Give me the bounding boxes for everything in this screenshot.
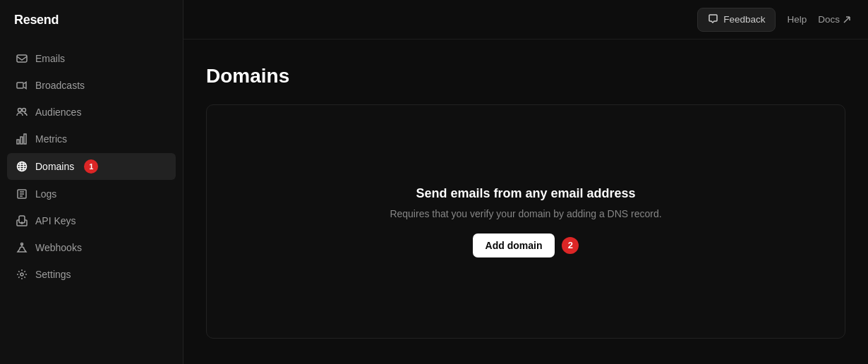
add-domain-button[interactable]: Add domain <box>473 233 555 257</box>
sidebar-item-label: API Keys <box>35 215 76 226</box>
api-keys-icon <box>16 214 28 227</box>
page-content: Domains Send emails from any email addre… <box>183 40 868 364</box>
sidebar-item-label: Domains <box>35 161 74 172</box>
sidebar-item-label: Emails <box>35 53 65 64</box>
broadcasts-icon <box>16 79 28 92</box>
svg-point-3 <box>23 109 26 112</box>
feedback-button[interactable]: Feedback <box>697 8 776 32</box>
audiences-icon <box>16 106 28 119</box>
sidebar-item-api-keys[interactable]: API Keys <box>7 208 176 233</box>
sidebar-item-logs[interactable]: Logs <box>7 181 176 207</box>
sidebar-item-label: Webhooks <box>35 242 82 253</box>
empty-state-actions: Add domain 2 <box>473 233 579 257</box>
svg-rect-5 <box>20 137 23 144</box>
empty-state-heading: Send emails from any email address <box>416 186 635 201</box>
settings-icon <box>16 268 28 281</box>
sidebar-item-label: Metrics <box>35 133 67 145</box>
docs-link[interactable]: Docs <box>818 14 851 25</box>
page-title: Domains <box>206 65 845 87</box>
domains-icon <box>16 160 28 173</box>
sidebar-item-label: Logs <box>35 188 56 200</box>
svg-rect-0 <box>17 55 27 62</box>
step-badge: 2 <box>562 237 579 254</box>
topbar: Feedback Help Docs <box>183 0 868 40</box>
help-link[interactable]: Help <box>787 14 807 25</box>
metrics-icon <box>16 133 28 145</box>
sidebar-item-settings[interactable]: Settings <box>7 262 176 287</box>
svg-point-13 <box>20 273 23 276</box>
svg-rect-1 <box>17 83 23 88</box>
sidebar-item-label: Broadcasts <box>35 80 85 91</box>
app-logo: Resend <box>0 0 183 40</box>
sidebar-item-label: Settings <box>35 269 71 280</box>
sidebar-item-metrics[interactable]: Metrics <box>7 126 176 152</box>
domains-badge: 1 <box>84 159 98 174</box>
email-icon <box>16 52 28 65</box>
logs-icon <box>16 188 28 200</box>
sidebar-item-emails[interactable]: Emails <box>7 46 176 71</box>
svg-point-2 <box>18 109 22 112</box>
feedback-icon <box>708 13 718 26</box>
sidebar-item-domains[interactable]: Domains 1 <box>7 153 176 180</box>
sidebar: Resend Emails Broadcasts <box>0 0 183 364</box>
empty-state-subtext: Requires that you verify your domain by … <box>390 208 661 219</box>
empty-state-card: Send emails from any email address Requi… <box>206 104 845 339</box>
main-content: Feedback Help Docs Domains Send emails f… <box>183 0 868 364</box>
sidebar-item-broadcasts[interactable]: Broadcasts <box>7 73 176 98</box>
sidebar-nav: Emails Broadcasts Audienc <box>0 40 183 293</box>
sidebar-item-webhooks[interactable]: Webhooks <box>7 235 176 260</box>
svg-rect-4 <box>17 140 19 144</box>
feedback-label: Feedback <box>723 14 765 25</box>
webhooks-icon <box>16 241 28 254</box>
sidebar-item-label: Audiences <box>35 107 81 118</box>
sidebar-item-audiences[interactable]: Audiences <box>7 99 176 125</box>
svg-rect-6 <box>24 134 26 144</box>
